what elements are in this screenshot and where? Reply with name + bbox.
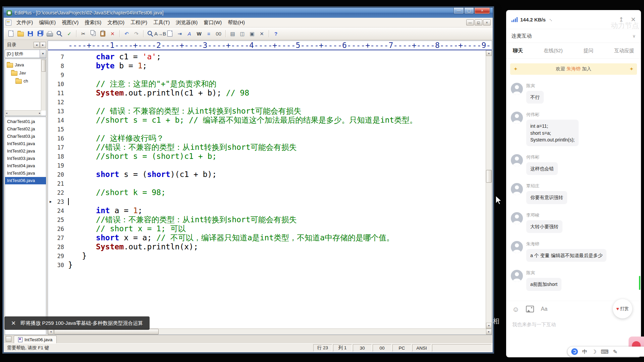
menu-item-0[interactable]: 文件(F) (13, 18, 36, 27)
code-line[interactable]: 11 System.out.println(c1 + b); // 98 (48, 88, 486, 98)
chevron-down-icon[interactable]: ∨ (632, 34, 636, 39)
chat-messages[interactable]: 陈寅不行何伟彬int a=11; short s=a; System.out.p… (506, 75, 641, 301)
code-line[interactable]: 26 // short x = 1; 可以 (48, 224, 486, 233)
code-lines[interactable]: 7 char c1 = 'a';8 byte b = 1;910 // 注意：这… (48, 50, 486, 328)
tree-item[interactable]: Jav (6, 69, 41, 77)
nav-forward-button[interactable]: ► (40, 42, 46, 48)
chat-input[interactable] (512, 321, 636, 327)
mdi-close-button[interactable]: × (483, 19, 491, 25)
file-item[interactable]: IntTest04.java (5, 162, 46, 170)
file-item[interactable]: CharTest02.ja (5, 125, 46, 133)
menu-item-4[interactable]: 文档(D) (104, 18, 127, 27)
title-bar[interactable]: EditPlus - [D:\course\JavaProjects\02-Ja… (4, 8, 493, 18)
indent-button[interactable]: ⇥ (175, 29, 184, 38)
code-line[interactable]: 17 //错误：不兼容的类型：从int转换到short可能会有损失 (48, 143, 486, 152)
menu-item-5[interactable]: 工程(P) (127, 18, 150, 27)
code-line[interactable]: 8 byte b = 1; (48, 61, 486, 70)
chat-tab-2[interactable]: 提问 (583, 48, 593, 54)
cut-button[interactable]: ✂ (79, 29, 88, 38)
file-item[interactable]: IntTest05.java (5, 170, 46, 177)
code-line[interactable]: 20 short s = (short)(c1 + b); (48, 170, 486, 179)
ime-language-indicator[interactable]: 中 (582, 349, 587, 355)
hex-viewer-button[interactable]: 00 (214, 29, 223, 38)
open-file-button[interactable] (16, 29, 25, 38)
chat-tab-0[interactable]: 聊天 (513, 48, 523, 54)
window-list-button[interactable]: ▤ (228, 29, 237, 38)
chat-tab-1[interactable]: 在线(52) (544, 48, 563, 54)
copy-button[interactable] (89, 29, 98, 38)
menu-item-8[interactable]: 窗口(W) (201, 18, 225, 27)
drive-selector[interactable]: [D:] 软件 ▼ (5, 50, 46, 58)
code-line[interactable]: 24 int a = 1; (48, 206, 486, 215)
help-button[interactable]: ? (271, 29, 280, 38)
minimize-button[interactable]: — (453, 8, 464, 14)
mdi-restore-button[interactable]: ◱ (475, 19, 482, 25)
emoji-icon[interactable]: ☺ (512, 306, 519, 313)
file-item[interactable]: IntTest03.java (5, 155, 46, 162)
ime-toolbar[interactable]: 中 ☽ ⌨ ✎ (568, 347, 644, 357)
print-button[interactable] (45, 29, 54, 38)
mdi-minimize-button[interactable]: — (466, 19, 474, 25)
code-line[interactable]: 19 (48, 161, 486, 170)
tree-vertical-scrollbar[interactable] (41, 59, 46, 111)
code-line[interactable]: 10 // 注意：这里的"+"是负责求和的 (48, 79, 486, 88)
tree-scroll-right-icon[interactable]: ► (39, 112, 41, 114)
tree-horizontal-scrollbar[interactable]: ◄ ► (5, 110, 41, 116)
code-line[interactable]: 15 (48, 125, 486, 134)
menu-item-7[interactable]: 浏览器(B) (173, 18, 201, 27)
undo-button[interactable]: ↶ (122, 29, 131, 38)
delete-button[interactable]: ✕ (108, 29, 117, 38)
toast-close-icon[interactable]: ✕ (11, 320, 16, 327)
maximize-button[interactable]: ▢ (464, 8, 474, 14)
keyboard-icon[interactable]: ⌨ (601, 349, 608, 355)
code-line[interactable]: 18 //short s = (short)c1 + b; (48, 152, 486, 161)
paste-button[interactable] (98, 29, 107, 38)
tab-list-icon[interactable] (6, 336, 11, 342)
line-numbers-button[interactable]: ≡ (204, 29, 213, 38)
menu-item-3[interactable]: 搜索(S) (82, 18, 104, 27)
replace-button[interactable]: A→B (156, 29, 165, 38)
spell-check-button[interactable]: ✓ (65, 29, 74, 38)
code-line[interactable]: ►23 (48, 197, 486, 206)
code-line[interactable]: 28 System.out.println(x); (48, 242, 486, 251)
reward-button[interactable]: ♥ 打赏 (613, 299, 632, 318)
editor-vertical-scrollbar[interactable]: ▲ ▼ (486, 50, 492, 328)
chat-scrollbar-thumb[interactable] (639, 276, 640, 290)
tree-item[interactable]: Java (6, 61, 41, 69)
font-italic-button[interactable]: A (185, 29, 194, 38)
code-line[interactable]: 30} (48, 260, 486, 269)
nav-back-button[interactable]: ◄ (34, 42, 40, 48)
close-all-button[interactable]: ✕ (257, 29, 266, 38)
chat-close-icon[interactable]: × (631, 15, 636, 23)
code-line[interactable]: 9 (48, 70, 486, 79)
expand-icon[interactable]: ↔ (548, 16, 555, 23)
vertical-scrollbar-thumb[interactable] (486, 170, 492, 183)
pencil-icon[interactable]: ✎ (613, 349, 617, 355)
save-button[interactable] (26, 29, 35, 38)
scroll-up-button[interactable]: ▲ (486, 50, 492, 56)
document-tab[interactable]: IntTest06.java (14, 336, 57, 343)
dropdown-arrow-icon[interactable]: ▼ (40, 50, 46, 58)
tree-item[interactable]: ch (6, 77, 41, 85)
full-screen-button[interactable]: ▣ (248, 29, 257, 38)
menu-item-2[interactable]: 视图(V) (59, 18, 82, 27)
code-line[interactable]: 16 // 这样修改行吗？ (48, 134, 486, 143)
file-item[interactable]: CharTest03.ja (5, 133, 46, 140)
menu-item-1[interactable]: 编辑(E) (36, 18, 59, 27)
code-line[interactable]: 14 //short s = c1 + b; // 编译器不知道这个加法最后的结… (48, 116, 486, 125)
ime-logo-icon[interactable] (571, 348, 578, 355)
scroll-right-button[interactable]: ► (486, 329, 492, 335)
code-line[interactable]: 13 // 错误：不兼容的类型：从int转换到short可能会有损失 (48, 107, 486, 116)
moon-icon[interactable]: ☽ (592, 349, 596, 355)
menu-item-9[interactable]: 帮助(H) (225, 18, 248, 27)
close-button[interactable]: × (474, 8, 490, 14)
document-template-button[interactable] (165, 29, 174, 38)
split-window-button[interactable]: ◫ (238, 29, 247, 38)
print-preview-button[interactable] (55, 29, 64, 38)
file-item[interactable]: CharTest01.ja (5, 118, 46, 125)
scroll-down-button[interactable]: ▼ (486, 323, 492, 328)
file-item[interactable]: IntTest06.java (5, 177, 46, 184)
code-line[interactable]: 21 (48, 179, 486, 188)
code-line[interactable]: 7 char c1 = 'a'; (48, 52, 486, 61)
code-line[interactable]: 29 } (48, 251, 486, 260)
